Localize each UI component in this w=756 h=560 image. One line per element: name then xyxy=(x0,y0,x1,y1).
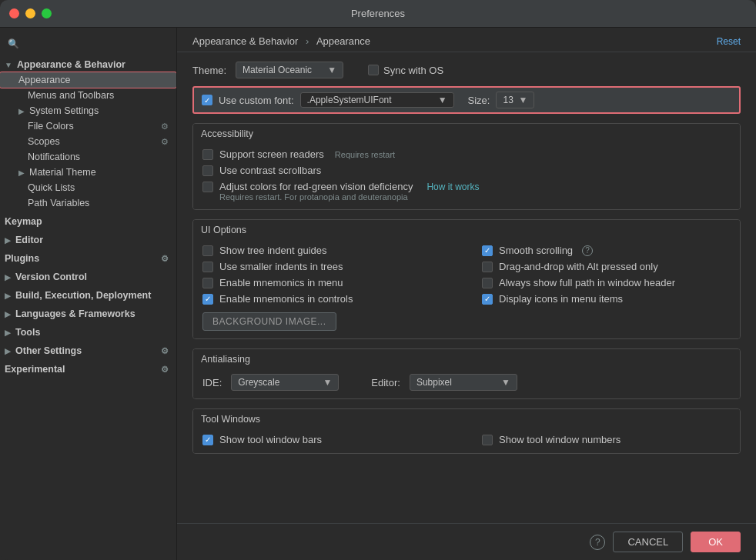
tool-windows-row-pair: Show tool window bars Show tool window n… xyxy=(202,434,731,445)
search-bar[interactable]: 🔍 xyxy=(0,34,176,54)
show-numbers-row[interactable]: Show tool window numbers xyxy=(482,434,731,445)
sidebar-item-menus-toolbars[interactable]: Menus and Toolbars xyxy=(0,88,176,103)
editor-antialiasing-value: Subpixel xyxy=(416,377,452,388)
red-green-row[interactable]: Adjust colors for red-green vision defic… xyxy=(202,181,731,192)
red-green-checkbox[interactable] xyxy=(202,182,213,192)
sidebar-label: Build, Execution, Deployment xyxy=(15,290,151,301)
sidebar-item-scopes[interactable]: Scopes ⚙ xyxy=(0,134,176,149)
search-icon: 🔍 xyxy=(8,38,19,49)
expand-arrow: ▶ xyxy=(5,310,11,318)
display-icons-checkbox[interactable] xyxy=(482,294,493,305)
tool-windows-body: Show tool window bars Show tool window n… xyxy=(193,429,740,453)
mnemonics-menu-checkbox[interactable] xyxy=(202,278,213,288)
minimize-button[interactable] xyxy=(25,8,35,18)
preferences-window: Preferences 🔍 ▼ Appearance & Behavior Ap… xyxy=(0,0,756,560)
sync-with-os-row[interactable]: Sync with OS xyxy=(368,65,443,76)
how-it-works-link[interactable]: How it works xyxy=(427,182,479,192)
theme-value: Material Oceanic xyxy=(243,65,312,75)
smooth-scrolling-checkbox[interactable] xyxy=(482,245,493,256)
antialiasing-section: Antialiasing IDE: Greyscale ▼ Editor: Su… xyxy=(192,348,741,399)
smooth-scrolling-label: Smooth scrolling xyxy=(499,245,573,256)
sidebar: 🔍 ▼ Appearance & Behavior Appearance Men… xyxy=(0,28,177,560)
use-custom-font-checkbox[interactable] xyxy=(202,95,212,105)
settings-icon: ⚙ xyxy=(161,254,169,264)
sidebar-item-build-exec[interactable]: ▶ Build, Execution, Deployment xyxy=(0,288,176,303)
sidebar-item-material-theme[interactable]: ▶ Material Theme xyxy=(0,165,176,180)
full-path-checkbox[interactable] xyxy=(482,278,493,288)
smooth-scrolling-row[interactable]: Smooth scrolling ? xyxy=(482,245,731,256)
tree-indent-checkbox[interactable] xyxy=(202,245,213,256)
sidebar-item-plugins[interactable]: Plugins ⚙ xyxy=(0,251,176,266)
dropdown-arrow-icon: ▼ xyxy=(327,65,336,75)
sidebar-item-tools[interactable]: ▶ Tools xyxy=(0,325,176,340)
tree-indent-row[interactable]: Show tree indent guides xyxy=(202,245,451,256)
display-icons-row[interactable]: Display icons in menu items xyxy=(482,293,731,305)
smaller-indents-row[interactable]: Use smaller indents in trees xyxy=(202,261,451,272)
background-image-button[interactable]: BACKGROUND IMAGE... xyxy=(202,312,336,331)
ui-options-body: Show tree indent guides Use smaller inde… xyxy=(193,240,740,338)
screen-readers-checkbox[interactable] xyxy=(202,149,213,160)
help-button[interactable]: ? xyxy=(590,535,605,550)
sidebar-item-quick-lists[interactable]: Quick Lists xyxy=(0,180,176,195)
size-dropdown-arrow: ▼ xyxy=(519,95,528,105)
sync-with-os-checkbox[interactable] xyxy=(368,65,379,75)
accessibility-title: Accessibility xyxy=(193,124,740,144)
screen-readers-row[interactable]: Support screen readers Requires restart xyxy=(202,148,731,160)
sidebar-item-path-variables[interactable]: Path Variables xyxy=(0,195,176,211)
show-bars-row[interactable]: Show tool window bars xyxy=(202,434,451,445)
red-green-note: Requires restart. For protanopia and deu… xyxy=(202,192,731,202)
cancel-button[interactable]: CANCEL xyxy=(613,532,683,552)
full-path-row[interactable]: Always show full path in window header xyxy=(482,277,731,288)
sidebar-item-file-colors[interactable]: File Colors ⚙ xyxy=(0,118,176,134)
font-size-select[interactable]: 13 ▼ xyxy=(496,92,534,108)
sidebar-item-languages[interactable]: ▶ Languages & Frameworks xyxy=(0,306,176,322)
mnemonics-controls-checkbox[interactable] xyxy=(202,294,213,305)
ide-antialiasing-select[interactable]: Greyscale ▼ xyxy=(231,374,339,391)
sidebar-item-editor[interactable]: ▶ Editor xyxy=(0,232,176,248)
title-bar: Preferences xyxy=(0,0,756,28)
sidebar-item-system-settings[interactable]: ▶ System Settings xyxy=(0,103,176,118)
editor-label: Editor: xyxy=(371,377,400,388)
close-button[interactable] xyxy=(9,8,19,18)
expand-arrow: ▶ xyxy=(5,347,11,355)
drag-drop-checkbox[interactable] xyxy=(482,262,493,272)
sidebar-item-version-control[interactable]: ▶ Version Control xyxy=(0,269,176,285)
show-numbers-checkbox[interactable] xyxy=(482,435,493,445)
ok-button[interactable]: OK xyxy=(691,532,741,552)
smaller-indents-checkbox[interactable] xyxy=(202,262,213,272)
mnemonics-controls-row[interactable]: Enable mnemonics in controls xyxy=(202,293,451,305)
panel-header: Appearance & Behavior › Appearance Reset xyxy=(177,28,756,52)
expand-arrow: ▶ xyxy=(18,168,25,177)
drag-drop-row[interactable]: Drag-and-drop with Alt pressed only xyxy=(482,261,731,272)
expand-arrow: ▶ xyxy=(5,328,11,337)
accessibility-section: Accessibility Support screen readers Req… xyxy=(192,123,741,210)
reset-button[interactable]: Reset xyxy=(717,36,741,47)
main-panel: Appearance & Behavior › Appearance Reset… xyxy=(177,28,756,560)
sidebar-item-other-settings[interactable]: ▶ Other Settings ⚙ xyxy=(0,343,176,358)
editor-antialiasing-select[interactable]: Subpixel ▼ xyxy=(410,374,517,391)
full-path-label: Always show full path in window header xyxy=(499,277,675,288)
sidebar-label: Menus and Toolbars xyxy=(28,90,114,101)
tool-windows-right: Show tool window numbers xyxy=(482,434,731,445)
smooth-scrolling-help-icon[interactable]: ? xyxy=(582,245,593,256)
sidebar-label: Appearance xyxy=(18,75,70,85)
breadcrumb-separator: › xyxy=(306,35,309,47)
accessibility-body: Support screen readers Requires restart … xyxy=(193,144,740,209)
sidebar-label: Other Settings xyxy=(15,345,82,356)
font-select[interactable]: .AppleSystemUIFont ▼ xyxy=(300,92,454,108)
show-bars-checkbox[interactable] xyxy=(202,435,213,445)
sidebar-item-appearance[interactable]: Appearance xyxy=(0,72,176,88)
sidebar-item-notifications[interactable]: Notifications xyxy=(0,149,176,165)
mnemonics-menu-label: Enable mnemonics in menu xyxy=(219,277,343,288)
contrast-scrollbars-checkbox[interactable] xyxy=(202,165,213,176)
expand-arrow: ▶ xyxy=(5,292,11,300)
sidebar-item-keymap[interactable]: Keymap xyxy=(0,214,176,229)
mnemonics-menu-row[interactable]: Enable mnemonics in menu xyxy=(202,277,451,288)
tool-windows-title: Tool Windows xyxy=(193,409,740,429)
contrast-scrollbars-row[interactable]: Use contrast scrollbars xyxy=(202,165,731,176)
sidebar-item-experimental[interactable]: Experimental ⚙ xyxy=(0,362,176,377)
theme-select[interactable]: Material Oceanic ▼ xyxy=(236,62,343,78)
maximize-button[interactable] xyxy=(42,8,52,18)
sidebar-item-appearance-behavior[interactable]: ▼ Appearance & Behavior xyxy=(0,57,176,72)
ide-antialiasing-value: Greyscale xyxy=(238,377,279,388)
